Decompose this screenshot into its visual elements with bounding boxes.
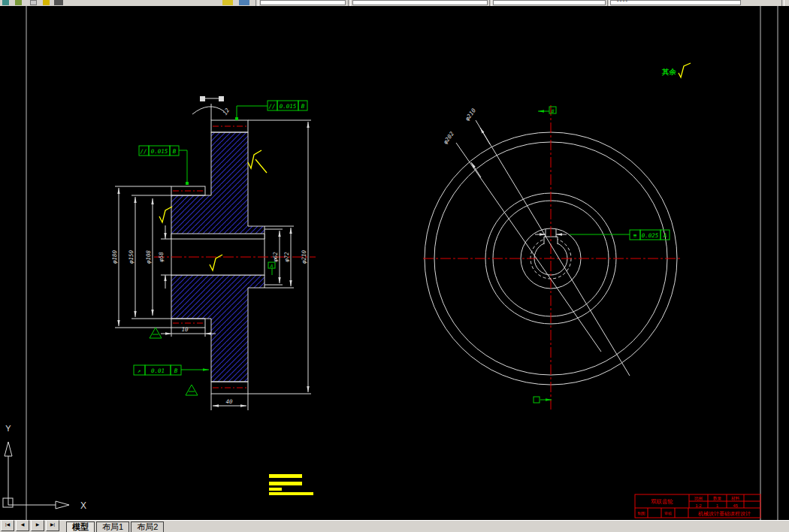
- toolbar-icon[interactable]: [54, 0, 63, 5]
- toolbar-icon[interactable]: [2, 0, 9, 5]
- layer-combo[interactable]: [260, 0, 346, 5]
- gdt-datum: B: [174, 367, 178, 374]
- ucs-x-label: X: [80, 500, 86, 511]
- autocad-window: ▪▪▪▪: [0, 0, 789, 532]
- toolbar-separator: [255, 0, 258, 6]
- tab-nav-last[interactable]: ▶|: [46, 520, 59, 531]
- toolbar-separator: [489, 0, 492, 6]
- tab-layout2[interactable]: 布局2: [131, 521, 164, 532]
- dim-text: 10: [181, 326, 189, 333]
- linetype-combo[interactable]: [493, 0, 606, 5]
- gdt-value: 0.015: [151, 148, 168, 155]
- cell-label: 制图: [638, 511, 645, 516]
- model-space-canvas[interactable]: φ180 φ150 φ108 φ58 φ62 φ72: [0, 0, 789, 532]
- col-value: 45: [733, 503, 738, 508]
- toolbar-separator: [348, 0, 351, 6]
- pan-icon[interactable]: [239, 0, 249, 5]
- tab-layout1[interactable]: 布局1: [96, 521, 129, 532]
- gdt-value: 0.01: [151, 367, 165, 374]
- zoom-icon[interactable]: [222, 0, 233, 5]
- dim-text: φ108: [145, 249, 152, 264]
- gdt-datum: B: [173, 148, 177, 155]
- dim-text: φ150: [128, 249, 135, 264]
- col-header: 比例: [694, 496, 703, 501]
- gdt-datum: A: [663, 232, 667, 239]
- combo-text-remnant: ▪▪▪▪: [617, 0, 628, 4]
- cell-label: 审核: [664, 511, 672, 515]
- dim-text: φ62: [272, 252, 279, 262]
- gdt-datum: B: [301, 103, 305, 110]
- color-combo[interactable]: [352, 0, 488, 5]
- ucs-y-label: Y: [5, 424, 11, 433]
- svg-text:B: B: [552, 108, 555, 113]
- layout-tab-bar: |◀ ◀ ▶ ▶| 模型 布局1 布局2: [0, 520, 789, 532]
- footer-text: 机械设计基础课程设计: [698, 511, 751, 517]
- layout-tabs: 模型 布局1 布局2: [66, 521, 165, 532]
- svg-text:A: A: [270, 263, 274, 268]
- lineweight-combo[interactable]: ▪▪▪▪: [610, 0, 741, 5]
- toolbar: ▪▪▪▪: [0, 0, 789, 6]
- dim-text: φ180: [111, 249, 118, 264]
- gdt-value: 0.025: [642, 232, 659, 239]
- tab-nav-next[interactable]: ▶: [31, 520, 44, 531]
- dim-text: φ72: [283, 252, 290, 262]
- tab-nav-first[interactable]: |◀: [1, 520, 14, 531]
- toolbar-icon[interactable]: [43, 0, 50, 5]
- tab-model[interactable]: 模型: [66, 521, 95, 532]
- gdt-value: 0.015: [280, 103, 297, 110]
- part-name: 双联齿轮: [651, 498, 673, 505]
- dim-text: φ58: [158, 252, 165, 262]
- col-header: 数量: [713, 496, 722, 500]
- note-text: 其余: [661, 68, 677, 76]
- tab-nav-prev[interactable]: ◀: [16, 520, 29, 531]
- dim-text: 40: [225, 398, 233, 405]
- col-value: 1:2: [695, 503, 702, 508]
- toolbar-icon[interactable]: [30, 0, 37, 5]
- col-header: 材料: [730, 496, 740, 501]
- toolbar-separator: [781, 0, 784, 6]
- gdt-symbol: ≡: [633, 232, 637, 239]
- gdt-symbol: //: [268, 103, 275, 110]
- dim-text: φ210: [301, 249, 307, 264]
- gdt-symbol: ↗: [138, 367, 141, 374]
- gdt-symbol: //: [140, 148, 147, 155]
- toolbar-icon[interactable]: [15, 0, 22, 5]
